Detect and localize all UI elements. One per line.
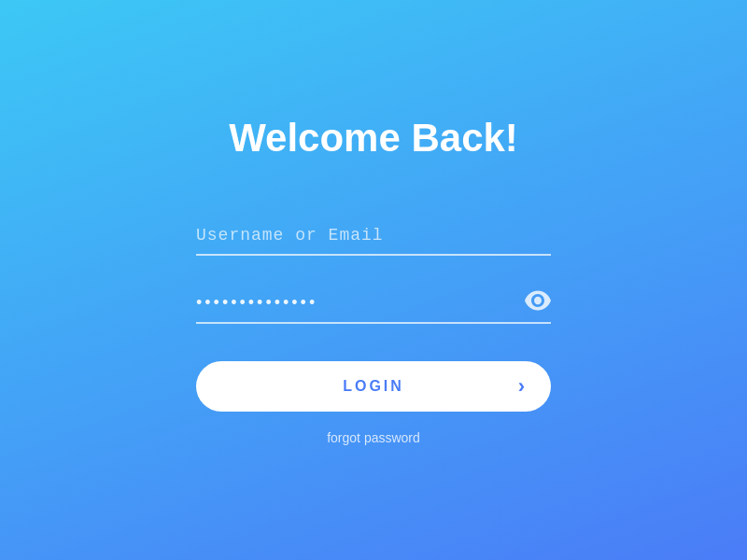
arrow-right-icon: › bbox=[518, 374, 525, 399]
forgot-password-button[interactable]: forgot password bbox=[327, 430, 420, 445]
username-group bbox=[196, 217, 551, 256]
login-label: LOGIN bbox=[343, 378, 404, 395]
login-button[interactable]: LOGIN › bbox=[196, 361, 551, 412]
page-title: Welcome Back! bbox=[229, 116, 518, 161]
password-input[interactable] bbox=[196, 284, 551, 324]
login-container: Welcome Back! LOGIN › forgot password bbox=[177, 116, 570, 445]
username-input[interactable] bbox=[196, 217, 551, 256]
toggle-password-icon[interactable] bbox=[525, 290, 551, 315]
password-group bbox=[196, 284, 551, 324]
